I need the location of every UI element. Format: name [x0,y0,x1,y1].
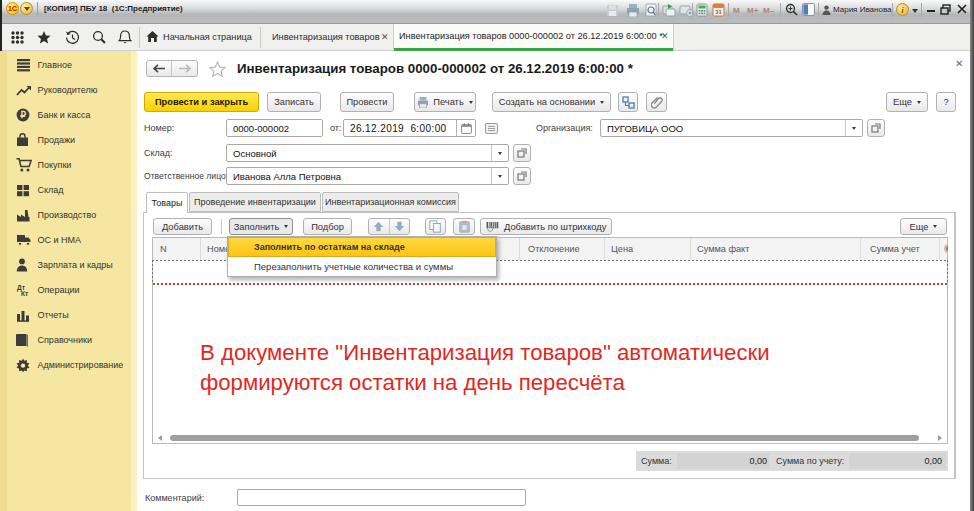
svg-text:Кт: Кт [21,290,28,297]
svg-text:₽: ₽ [20,110,26,120]
svg-text:31: 31 [715,9,722,15]
